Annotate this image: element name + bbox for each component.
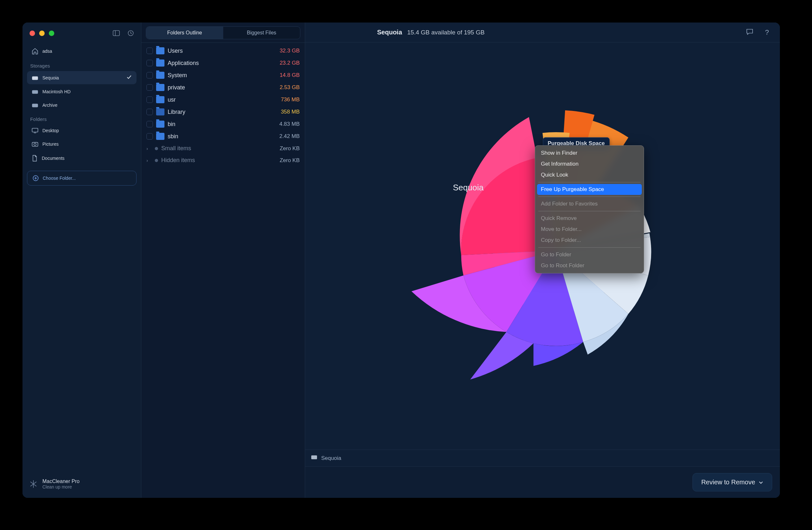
folder-name: System: [168, 72, 264, 79]
meta-size: Zero KB: [267, 145, 300, 152]
promo-title: MacCleaner Pro: [42, 478, 79, 484]
row-checkbox[interactable]: [146, 97, 153, 103]
context-menu-item[interactable]: Show in Finder: [537, 148, 642, 158]
folder-name: sbin: [168, 133, 264, 140]
folder-size: 2.42 MB: [267, 133, 300, 140]
row-checkbox[interactable]: [146, 47, 153, 54]
context-menu-item[interactable]: Free Up Purgeable Space: [537, 184, 642, 195]
row-checkbox[interactable]: [146, 109, 153, 115]
context-menu-item: Add Folder to Favorites: [537, 198, 642, 209]
feedback-icon[interactable]: [743, 27, 757, 38]
promo-subtitle: Clean up more: [42, 484, 79, 489]
svg-rect-4: [32, 90, 38, 94]
sunburst-chart[interactable]: Sequoia Purgeable Disk Space Show in Fin…: [305, 42, 780, 450]
context-menu-item[interactable]: Get Information: [537, 158, 642, 169]
titlebar: [27, 27, 136, 39]
folder-row[interactable]: private2.53 GB: [144, 81, 302, 94]
folder-icon: [156, 133, 164, 140]
folder-row[interactable]: sbin2.42 MB: [144, 130, 302, 142]
folder-size: 23.2 GB: [267, 60, 300, 66]
svg-point-9: [34, 143, 36, 145]
folder-row[interactable]: Users32.3 GB: [144, 45, 302, 57]
row-checkbox[interactable]: [146, 72, 153, 79]
checkmark-icon: [126, 74, 132, 81]
context-menu-item: Copy to Folder...: [537, 235, 642, 246]
folder-icon: [156, 72, 164, 79]
main-panel: Sequoia 15.4 GB available of 195 GB ?: [305, 23, 780, 498]
review-button-label: Review to Remove: [701, 478, 755, 486]
context-menu-item: Go to Root Folder: [537, 260, 642, 271]
bullet-icon: [155, 147, 158, 150]
folder-row[interactable]: usr736 MB: [144, 94, 302, 106]
sidebar-promo[interactable]: MacCleaner Pro Clean up more: [27, 476, 136, 492]
sidebar-section-folders: Folders: [27, 112, 136, 124]
folder-name: Library: [168, 109, 264, 115]
context-menu-item: Go to Folder: [537, 249, 642, 260]
rescan-icon[interactable]: [125, 28, 136, 38]
folder-name: bin: [168, 121, 264, 128]
folder-name: usr: [168, 97, 264, 103]
path-bar[interactable]: Sequoia: [305, 450, 780, 466]
row-checkbox[interactable]: [146, 84, 153, 91]
sidebar-item-storage-archive[interactable]: Archive: [27, 99, 136, 111]
folder-icon: [156, 47, 164, 54]
sidebar-section-storages: Storages: [27, 58, 136, 70]
sidebar-item-pictures[interactable]: Pictures: [27, 138, 136, 150]
path-label: Sequoia: [321, 455, 341, 461]
choose-folder-button[interactable]: Choose Folder...: [27, 171, 136, 185]
folder-size: 32.3 GB: [267, 47, 300, 54]
main-header: Sequoia 15.4 GB available of 195 GB ?: [305, 23, 780, 42]
meta-size: Zero KB: [267, 157, 300, 164]
context-menu-item[interactable]: Quick Look: [537, 169, 642, 180]
sidebar-item-label: Desktop: [42, 128, 59, 133]
volume-name: Sequoia: [377, 29, 402, 36]
folder-icon: [156, 96, 164, 103]
tab-biggest-files[interactable]: Biggest Files: [223, 27, 300, 39]
folder-row[interactable]: Applications23.2 GB: [144, 57, 302, 69]
meta-name: Hidden items: [161, 157, 264, 164]
bullet-icon: [155, 159, 158, 162]
sidebar-item-home[interactable]: adsa: [27, 44, 136, 58]
folder-icon: [156, 59, 164, 67]
folder-size: 4.83 MB: [267, 121, 300, 127]
folder-name: private: [168, 84, 264, 91]
toggle-sidebar-icon[interactable]: [110, 28, 122, 38]
choose-folder-label: Choose Folder...: [43, 176, 76, 181]
close-window-button[interactable]: [30, 30, 35, 36]
sidebar-item-documents[interactable]: Documents: [27, 152, 136, 165]
review-to-remove-button[interactable]: Review to Remove: [693, 473, 772, 491]
folder-size: 2.53 GB: [267, 84, 300, 91]
folder-size: 358 MB: [267, 109, 300, 115]
tab-folders-outline[interactable]: Folders Outline: [146, 27, 223, 39]
folder-row[interactable]: System14.8 GB: [144, 69, 302, 81]
folder-row[interactable]: bin4.83 MB: [144, 118, 302, 130]
context-menu-item: Move to Folder...: [537, 224, 642, 235]
row-checkbox[interactable]: [146, 60, 153, 66]
sidebar-item-label: Documents: [42, 156, 64, 161]
snowflake-icon: [29, 479, 38, 489]
minimize-window-button[interactable]: [39, 30, 45, 36]
drive-icon: [311, 455, 317, 462]
app-window: adsa Storages Sequoia Macintosh HD Archi…: [23, 23, 780, 498]
help-icon[interactable]: ?: [762, 27, 772, 38]
sidebar-item-label: Macintosh HD: [42, 89, 71, 94]
folder-row[interactable]: Library358 MB: [144, 106, 302, 118]
context-menu: Show in FinderGet InformationQuick LookF…: [535, 145, 644, 273]
row-checkbox[interactable]: [146, 121, 153, 127]
meta-row[interactable]: ›Small itemsZero KB: [144, 142, 302, 154]
row-checkbox[interactable]: [146, 133, 153, 140]
folder-icon: [156, 108, 164, 115]
folder-icon: [156, 84, 164, 91]
fullscreen-window-button[interactable]: [49, 30, 54, 36]
folder-name: Applications: [168, 60, 264, 67]
chart-center-label: Sequoia: [453, 183, 483, 193]
svg-rect-14: [311, 456, 317, 459]
sidebar-item-storage-macintosh-hd[interactable]: Macintosh HD: [27, 86, 136, 98]
sidebar-item-desktop[interactable]: Desktop: [27, 124, 136, 137]
sidebar-home-label: adsa: [42, 48, 52, 54]
sidebar-item-storage-sequoia[interactable]: Sequoia: [27, 71, 136, 84]
folder-name: Users: [168, 47, 264, 54]
meta-row[interactable]: ›Hidden itemsZero KB: [144, 154, 302, 166]
sidebar-item-label: Archive: [42, 102, 58, 108]
chevron-down-icon: [758, 480, 764, 485]
